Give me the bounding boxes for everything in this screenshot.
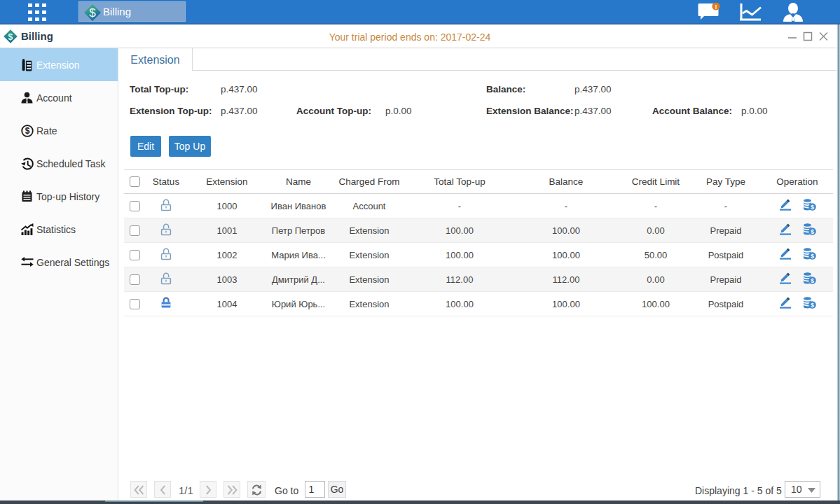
svg-text:$: $ [811,253,814,260]
svg-text:$: $ [811,204,814,211]
svg-text:$: $ [25,126,30,136]
svg-text:$: $ [89,6,96,20]
svg-text:!: ! [715,4,717,10]
svg-text:$: $ [811,228,814,235]
svg-text:$: $ [811,277,814,284]
svg-text:$: $ [811,302,814,309]
